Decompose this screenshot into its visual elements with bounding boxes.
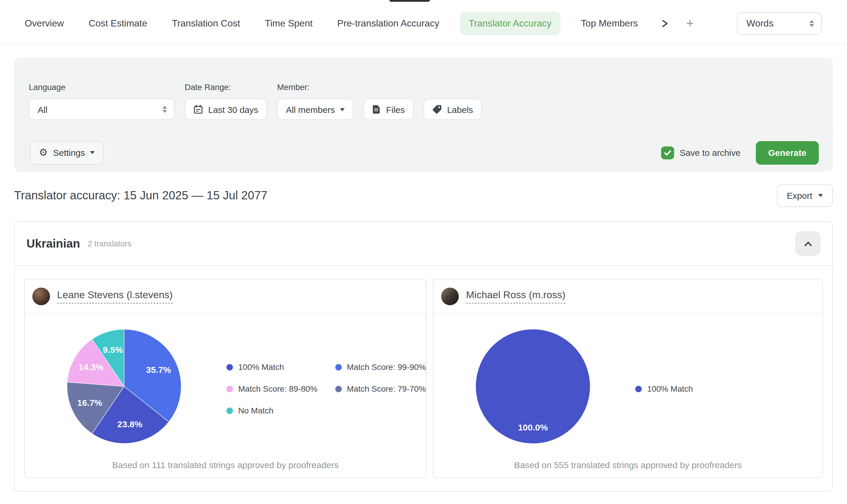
legend-dot — [335, 364, 341, 370]
legend-label: 100% Match — [647, 384, 693, 393]
legend-label: Match Score: 79-70% — [347, 384, 426, 393]
legend-dot — [635, 385, 642, 392]
export-button[interactable]: Export — [777, 184, 833, 207]
member-select[interactable]: All members — [277, 99, 354, 120]
chart-legend: 100% MatchMatch Score: 99-90%Match Score… — [227, 362, 426, 415]
unit-select-value: Words — [746, 18, 774, 29]
legend-dot — [227, 407, 233, 414]
member-label: Member: — [277, 82, 354, 92]
pie-chart[interactable]: 35.7%23.8%16.7%14.3%9.5% — [67, 329, 182, 444]
chart-footer-note: Based on 111 translated strings approved… — [25, 460, 426, 470]
tab-translator-accuracy[interactable]: Translator Accuracy — [460, 12, 561, 35]
tab-overview[interactable]: Overview — [25, 18, 64, 29]
labels-button[interactable]: Labels — [424, 99, 482, 120]
slice-label: 23.8% — [118, 419, 142, 429]
settings-button[interactable]: ⚙ Settings — [30, 141, 104, 164]
files-button-label: Files — [386, 104, 405, 114]
slice-label: 14.3% — [78, 362, 104, 372]
avatar — [441, 287, 459, 305]
language-select-value: All — [38, 104, 47, 114]
legend-label: Match Score: 89-80% — [238, 384, 317, 393]
labels-button-label: Labels — [447, 104, 473, 114]
legend-item[interactable]: Match Score: 89-80% — [227, 384, 317, 393]
legend-label: 100% Match — [238, 362, 284, 372]
translator-cards-area: Leane Stevens (l.stevens) 35.7%23.8%16.7… — [15, 266, 832, 491]
report-title-row: Translator accuracy: 15 Jun 2025 — 15 Ju… — [14, 184, 833, 206]
legend-item[interactable]: 100% Match — [635, 384, 693, 393]
slice-label: 16.7% — [77, 398, 102, 408]
language-select[interactable]: All — [29, 99, 175, 120]
caret-down-icon — [818, 194, 823, 197]
report-tabs-bar: OverviewCost EstimateTranslation CostTim… — [0, 0, 847, 44]
files-button[interactable]: Files — [364, 99, 414, 120]
legend-item[interactable]: Match Score: 79-70% — [335, 384, 426, 393]
checkmark-icon — [663, 148, 672, 157]
date-range-button[interactable]: Last 30 days — [185, 99, 267, 120]
legend-label: No Match — [238, 406, 273, 415]
translator-card: Leane Stevens (l.stevens) 35.7%23.8%16.7… — [24, 279, 427, 478]
translator-name-link[interactable]: Leane Stevens (l.stevens) — [57, 289, 173, 303]
top-notch-artifact — [390, 0, 430, 2]
tab-pre-translation-accuracy[interactable]: Pre-translation Accuracy — [337, 18, 439, 29]
tabs-scroll-right-button[interactable] — [660, 19, 668, 28]
report-title: Translator accuracy: 15 Jun 2025 — 15 Ju… — [14, 188, 267, 202]
language-filter: Language All — [29, 82, 175, 120]
tab-cost-estimate[interactable]: Cost Estimate — [89, 18, 147, 29]
tab-top-members[interactable]: Top Members — [581, 18, 638, 29]
translator-card-header: Leane Stevens (l.stevens) — [25, 280, 426, 313]
caret-down-icon — [90, 151, 95, 154]
report-tabs: OverviewCost EstimateTranslation CostTim… — [25, 12, 638, 35]
chart-legend: 100% Match — [635, 384, 711, 393]
pie-chart-host: 35.7%23.8%16.7%14.3%9.5% — [67, 329, 182, 444]
collapse-button[interactable] — [795, 231, 821, 256]
unit-select[interactable]: Words — [737, 12, 822, 34]
slice-label: 35.7% — [146, 365, 171, 375]
chart-footer-note: Based on 555 translated strings approved… — [434, 460, 823, 470]
file-icon — [373, 105, 381, 114]
member-select-value: All members — [286, 104, 335, 114]
legend-dot — [227, 364, 233, 370]
translator-name-link[interactable]: Michael Ross (m.ross) — [466, 289, 565, 303]
language-group-header: Ukrainian 2 translators — [15, 222, 832, 266]
report-filter-panel: Language All Date Range: — [14, 58, 833, 172]
calendar-icon — [194, 105, 203, 114]
language-label: Language — [29, 82, 175, 92]
language-group-card: Ukrainian 2 translators Leane Stevens (l… — [14, 221, 833, 492]
chevron-up-icon — [803, 240, 813, 247]
legend-item[interactable]: Match Score: 99-90% — [335, 362, 426, 372]
tab-time-spent[interactable]: Time Spent — [265, 18, 312, 29]
slice-label: 9.5% — [103, 345, 123, 355]
slice-label: 100.0% — [518, 422, 548, 432]
translators-count: 2 translators — [88, 239, 131, 248]
tab-translation-cost[interactable]: Translation Cost — [172, 18, 240, 29]
actions-row: ⚙ Settings Save to archive Generate — [14, 133, 833, 172]
caret-down-icon — [340, 108, 345, 111]
save-archive-checkbox[interactable] — [661, 146, 674, 159]
select-arrows-icon — [809, 20, 814, 27]
filters-row: Language All Date Range: — [14, 58, 833, 120]
add-report-button[interactable]: + — [686, 17, 694, 30]
date-range-value: Last 30 days — [208, 104, 258, 114]
pie-chart-host: 100.0% — [475, 329, 591, 444]
translator-card-header: Michael Ross (m.ross) — [434, 280, 823, 313]
legend-dot — [335, 385, 341, 392]
avatar — [32, 287, 50, 305]
export-button-label: Export — [787, 190, 812, 200]
member-filter: Member: All members — [277, 82, 354, 120]
select-arrows-icon — [162, 106, 167, 113]
translator-card-body: 35.7%23.8%16.7%14.3%9.5% 100% MatchMatch… — [25, 313, 426, 444]
reports-page: OverviewCost EstimateTranslation CostTim… — [0, 0, 847, 504]
files-filter: Files — [364, 99, 414, 120]
legend-item[interactable]: No Match — [227, 406, 317, 415]
chevron-right-icon — [660, 19, 668, 28]
generate-button[interactable]: Generate — [756, 141, 819, 164]
gear-icon: ⚙ — [39, 148, 48, 158]
translator-card-body: 100.0% 100% Match — [434, 313, 823, 444]
legend-dot — [227, 385, 233, 392]
settings-button-label: Settings — [53, 148, 85, 158]
generate-group: Save to archive Generate — [661, 141, 819, 164]
save-archive-label: Save to archive — [680, 148, 741, 158]
date-range-label: Date Range: — [185, 82, 267, 92]
pie-chart[interactable]: 100.0% — [475, 329, 591, 444]
legend-item[interactable]: 100% Match — [227, 362, 317, 372]
